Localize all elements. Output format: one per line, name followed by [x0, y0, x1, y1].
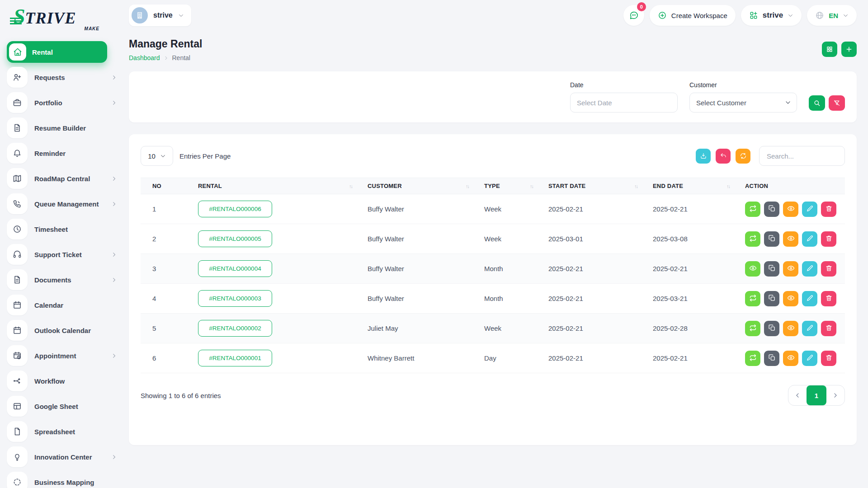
language-switcher[interactable]: EN	[807, 5, 857, 26]
sidebar-item-spreadsheet[interactable]: Spreadsheet	[7, 421, 123, 442]
delete-action-button[interactable]	[821, 202, 836, 217]
rental-number-badge[interactable]: #RENTALO000004	[198, 260, 272, 277]
workspace-switcher[interactable]: strive	[129, 5, 191, 26]
repeat-action-button[interactable]	[745, 351, 760, 366]
sidebar-item-resume-builder[interactable]: Resume Builder	[7, 117, 123, 139]
rental-number-badge[interactable]: #RENTALO000003	[198, 290, 272, 307]
sidebar-item-portfolio[interactable]: Portfolio	[7, 92, 123, 113]
sidebar-item-timesheet[interactable]: Timesheet	[7, 218, 123, 240]
column-header-customer[interactable]: CUSTOMER↑↓	[356, 178, 472, 194]
repeat-action-button[interactable]	[745, 291, 760, 306]
column-header-rental[interactable]: RENTAL↑↓	[186, 178, 356, 194]
view-action-button[interactable]	[783, 261, 798, 277]
edit-action-button[interactable]	[802, 351, 817, 366]
delete-action-button[interactable]	[821, 261, 836, 277]
next-page-button[interactable]	[826, 385, 844, 405]
sidebar-item-appointment[interactable]: Appointment	[7, 345, 123, 366]
building-icon	[136, 11, 144, 19]
undo-button[interactable]	[716, 149, 731, 164]
sidebar-item-roadmap-central[interactable]: RoadMap Central	[7, 168, 123, 189]
rental-number-badge[interactable]: #RENTALO000002	[198, 320, 272, 337]
calendar-icon	[7, 295, 28, 315]
apply-filter-button[interactable]	[809, 95, 825, 111]
edit-action-button[interactable]	[802, 261, 817, 277]
rental-number-badge[interactable]: #RENTALO000005	[198, 230, 272, 247]
sidebar-item-calendar[interactable]: Calendar	[7, 294, 123, 316]
rental-table-body: 1#RENTALO000006Buffy WalterWeek2025-02-2…	[141, 194, 845, 373]
previous-page-button[interactable]	[788, 385, 807, 405]
sidebar-item-label: Documents	[34, 276, 71, 284]
table-search-input[interactable]	[759, 146, 845, 166]
copy-action-button[interactable]	[764, 231, 779, 247]
view-action-button[interactable]	[745, 261, 760, 277]
home-icon	[9, 43, 26, 61]
page-number-button[interactable]: 1	[807, 385, 826, 405]
table-row: 6#RENTALO000001Whitney BarrettDay2025-02…	[141, 343, 845, 373]
briefcase-icon	[7, 92, 28, 113]
sidebar-item-google-sheet[interactable]: Google Sheet	[7, 395, 123, 417]
copy-action-button[interactable]	[764, 351, 779, 366]
customer-filter-select[interactable]: Select Customer	[689, 93, 797, 113]
column-header-type[interactable]: TYPE↑↓	[472, 178, 537, 194]
copy-action-button[interactable]	[764, 291, 779, 306]
copy-action-button[interactable]	[764, 202, 779, 217]
copy-action-button[interactable]	[764, 261, 779, 277]
view-action-button[interactable]	[783, 351, 798, 366]
create-workspace-button[interactable]: Create Workspace	[650, 5, 736, 26]
rental-number-badge[interactable]: #RENTALO000006	[198, 201, 272, 217]
sidebar-item-requests[interactable]: Requests	[7, 66, 123, 88]
export-button[interactable]	[696, 149, 711, 164]
repeat-action-button[interactable]	[745, 321, 760, 336]
sidebar-item-reminder[interactable]: Reminder	[7, 142, 123, 164]
repeat-action-button[interactable]	[745, 202, 760, 217]
sidebar-item-queue-management[interactable]: Queue Management	[7, 193, 123, 215]
sidebar-item-business-mapping[interactable]: Business Mapping	[7, 471, 123, 488]
column-header-end-date[interactable]: END DATE↑↓	[641, 178, 733, 194]
edit-action-button[interactable]	[802, 202, 817, 217]
chat-button[interactable]: 0	[623, 5, 644, 26]
sort-icon[interactable]: ↑↓	[349, 183, 352, 189]
rental-number-badge[interactable]: #RENTALO000001	[198, 350, 272, 366]
workspace-name: strive	[153, 11, 173, 19]
sidebar-item-documents[interactable]: Documents	[7, 269, 123, 291]
edit-action-button[interactable]	[802, 231, 817, 247]
cell-no: 4	[141, 284, 186, 314]
view-action-button[interactable]	[783, 291, 798, 306]
sidebar-item-rental[interactable]: Rental	[7, 41, 107, 63]
repeat-icon	[749, 294, 757, 303]
view-action-button[interactable]	[783, 231, 798, 247]
sort-icon[interactable]: ↑↓	[530, 183, 533, 189]
edit-action-button[interactable]	[802, 321, 817, 336]
clear-filter-button[interactable]	[829, 95, 845, 111]
sort-icon[interactable]: ↑↓	[726, 183, 730, 189]
sidebar-item-label: Reminder	[34, 150, 66, 157]
delete-action-button[interactable]	[821, 291, 836, 306]
copy-action-button[interactable]	[764, 321, 779, 336]
chevron-right-icon	[111, 201, 117, 207]
chevron-down-icon	[160, 153, 166, 159]
table-row: 2#RENTALO000005Buffy WalterWeek2025-03-0…	[141, 224, 845, 254]
entries-per-page-select[interactable]: 10	[141, 146, 173, 166]
refresh-button[interactable]	[736, 149, 750, 164]
sort-icon[interactable]: ↑↓	[634, 183, 637, 189]
grid-view-button[interactable]	[822, 42, 837, 57]
view-action-button[interactable]	[783, 321, 798, 336]
add-rental-button[interactable]	[841, 42, 857, 57]
breadcrumb-dashboard-link[interactable]: Dashboard	[129, 54, 160, 61]
sidebar-item-support-ticket[interactable]: Support Ticket	[7, 244, 123, 265]
sidebar-item-outlook-calendar[interactable]: Outlook Calendar	[7, 319, 123, 341]
org-switcher[interactable]: strive	[741, 5, 802, 26]
edit-action-button[interactable]	[802, 291, 817, 306]
sort-icon[interactable]: ↑↓	[466, 183, 469, 189]
delete-action-button[interactable]	[821, 231, 836, 247]
copy-icon	[768, 354, 776, 363]
column-header-start-date[interactable]: START DATE↑↓	[537, 178, 641, 194]
sidebar-item-workflow[interactable]: Workflow	[7, 370, 123, 392]
view-action-button[interactable]	[783, 202, 798, 217]
date-filter-input[interactable]	[570, 93, 678, 113]
delete-action-button[interactable]	[821, 351, 836, 366]
repeat-action-button[interactable]	[745, 231, 760, 247]
delete-action-button[interactable]	[821, 321, 836, 336]
sidebar-item-innovation-center[interactable]: Innovation Center	[7, 446, 123, 468]
cell-rental: #RENTALO000001	[186, 343, 356, 373]
